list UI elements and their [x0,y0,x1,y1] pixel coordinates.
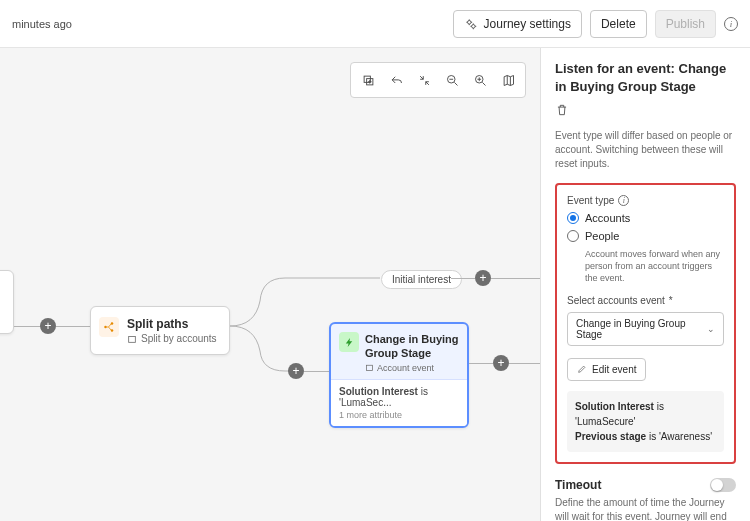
add-node-button[interactable]: + [40,318,56,334]
radio-accounts[interactable]: Accounts [567,212,724,224]
trash-icon[interactable] [555,103,569,117]
edge [451,278,475,279]
partial-node[interactable] [0,270,14,334]
info-icon[interactable]: i [724,17,738,31]
svg-point-0 [467,20,471,24]
event-type-label: Event type i [567,195,724,206]
svg-line-10 [482,82,485,85]
svg-rect-18 [129,336,136,342]
edge [304,371,329,372]
add-node-button[interactable]: + [475,270,491,286]
journey-settings-button[interactable]: Journey settings [453,10,582,38]
event-node-title: Change in Buying Group Stage [365,332,459,361]
edge [469,363,493,364]
chevron-down-icon: ⌄ [707,324,715,334]
publish-button: Publish [655,10,716,38]
duplicate-icon[interactable] [355,67,381,93]
zoom-out-icon[interactable] [439,67,465,93]
panel-description: Event type will differ based on people o… [555,129,736,171]
radio-input[interactable] [567,230,579,242]
undo-icon[interactable] [383,67,409,93]
accounts-description: Account moves forward when any person fr… [585,248,724,284]
edge [14,326,42,327]
timeout-title: Timeout [555,478,601,492]
info-icon[interactable]: i [618,195,629,206]
collapse-icon[interactable] [411,67,437,93]
event-node[interactable]: Change in Buying Group Stage Account eve… [329,322,469,428]
accounts-event-select[interactable]: Change in Buying Group Stage ⌄ [567,312,724,346]
map-icon[interactable] [495,67,521,93]
pencil-icon [577,364,587,374]
split-node-sub: Split by accounts [127,333,219,344]
svg-line-7 [454,82,457,85]
select-event-label: Select accounts event* [567,295,724,306]
properties-panel: Listen for an event: Change in Buying Gr… [540,48,750,521]
svg-point-1 [471,24,475,27]
delete-button[interactable]: Delete [590,10,647,38]
timeout-description: Define the amount of time the Journey wi… [555,496,736,521]
event-more-attributes: 1 more attribute [339,410,459,420]
radio-people[interactable]: People [567,230,724,242]
journey-settings-label: Journey settings [484,17,571,31]
edge [509,363,540,364]
panel-title: Listen for an event: Change in Buying Gr… [555,60,736,95]
split-paths-node[interactable]: Split paths Split by accounts [90,306,230,355]
gear-icon [464,17,478,31]
filter-summary: Solution Interest is 'LumaSecure' Previo… [567,391,724,452]
add-node-button[interactable]: + [288,363,304,379]
path-label-initial-interest[interactable]: Initial interest [381,270,462,289]
accounts-icon [365,363,374,372]
lightning-icon [339,332,359,352]
journey-canvas[interactable]: + Split paths Split by accounts Initial … [0,48,540,521]
split-node-title: Split paths [127,317,219,331]
event-node-sub: Account event [365,363,459,373]
event-config-card: Event type i Accounts People Account mov… [555,183,736,463]
split-icon [99,317,119,337]
last-saved-text: minutes ago [12,18,72,30]
zoom-in-icon[interactable] [467,67,493,93]
edge [491,278,540,279]
add-node-button[interactable]: + [493,355,509,371]
timeout-toggle[interactable] [710,478,736,492]
canvas-toolbar [350,62,526,98]
svg-point-15 [104,326,107,329]
edge [56,326,90,327]
radio-input[interactable] [567,212,579,224]
edit-event-button[interactable]: Edit event [567,358,646,381]
event-filter-line: Solution Interest is 'LumaSec... [339,386,459,408]
accounts-icon [127,334,137,344]
svg-rect-22 [367,365,373,370]
